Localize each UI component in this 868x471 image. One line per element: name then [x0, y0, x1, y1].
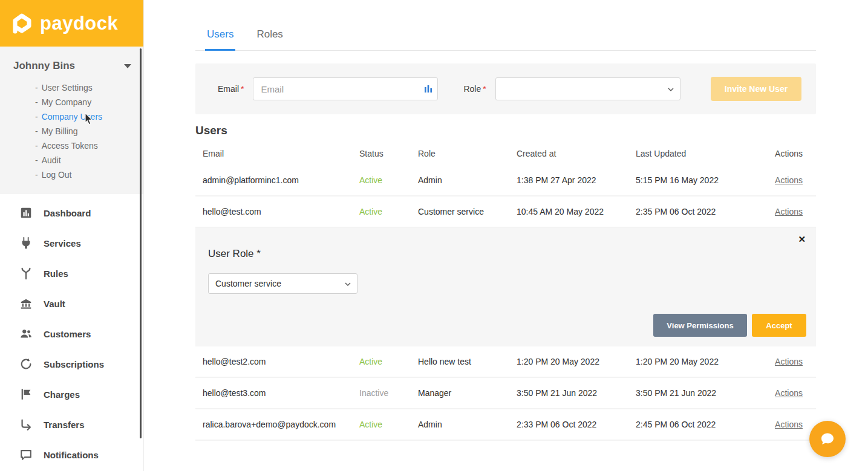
cell-last-updated: 3:50 PM 21 Jun 2022	[636, 388, 770, 398]
user-role-select[interactable]: Customer service	[208, 273, 357, 294]
role-label: Role*	[463, 84, 486, 94]
sidebar-item-vault[interactable]: Vault	[0, 288, 143, 319]
tab-roles[interactable]: Roles	[255, 28, 284, 50]
flag-icon	[19, 388, 33, 401]
dash-bullet: -	[35, 83, 38, 93]
cell-last-updated: 5:15 PM 16 May 2022	[636, 175, 770, 185]
cell-role: Hello new test	[418, 357, 517, 366]
cell-created-at: 3:50 PM 21 Jun 2022	[517, 388, 636, 398]
close-icon[interactable]: ✕	[798, 234, 806, 245]
sidebar-item-label: Audit	[42, 155, 61, 165]
autofill-icon[interactable]	[424, 85, 432, 93]
users-section-title: Users	[195, 124, 816, 137]
table-row: ralica.barova+demo@paydock.com Active Ad…	[195, 409, 816, 441]
sidebar-item-services[interactable]: Services	[0, 228, 143, 258]
dash-bullet: -	[35, 97, 38, 107]
dash-bullet: -	[35, 112, 38, 122]
sidebar-item-my-company[interactable]: -My Company	[35, 95, 143, 109]
user-role-title: User Role *	[208, 248, 261, 260]
people-icon	[19, 327, 33, 340]
required-asterisk: *	[483, 84, 486, 94]
cell-created-at: 1:38 PM 27 Apr 2022	[517, 175, 636, 185]
col-last-updated: Last Updated	[636, 149, 770, 158]
sidebar-item-customers[interactable]: Customers	[0, 319, 143, 349]
sidebar-item-audit[interactable]: -Audit	[35, 153, 143, 167]
accept-button[interactable]: Accept	[752, 314, 806, 337]
nav-label: Customers	[44, 329, 91, 339]
sidebar-item-my-billing[interactable]: -My Billing	[35, 124, 143, 138]
actions-link[interactable]: Actions	[775, 420, 803, 429]
sidebar-item-label: Company Users	[42, 112, 102, 122]
app-window: paydock Johnny Bins -User Settings -My C…	[0, 0, 868, 471]
view-permissions-button[interactable]: View Permissions	[653, 314, 747, 337]
tab-users[interactable]: Users	[205, 28, 235, 51]
cell-role: Customer service	[418, 207, 517, 216]
cell-email: hello@test2.com	[203, 357, 359, 366]
sidebar-item-notifications[interactable]: Notifications	[0, 440, 143, 470]
chevron-down-icon	[668, 86, 674, 93]
dash-bullet: -	[35, 170, 38, 180]
sidebar-item-subscriptions[interactable]: Subscriptions	[0, 349, 143, 379]
table-row: admin@platforminc1.com Active Admin 1:38…	[195, 165, 816, 197]
account-dropdown[interactable]: Johnny Bins	[0, 60, 143, 80]
help-chat-button[interactable]	[809, 421, 846, 457]
nav-label: Rules	[44, 268, 68, 279]
account-name: Johnny Bins	[13, 60, 75, 72]
nav-label: Dashboard	[44, 208, 91, 218]
cell-role: Admin	[418, 420, 517, 429]
col-created-at: Created at	[517, 149, 636, 158]
main-nav: Dashboard Services Rules Vault Customers…	[0, 194, 143, 470]
role-select[interactable]	[495, 77, 680, 100]
cell-status: Active	[359, 207, 418, 216]
dash-bullet: -	[35, 126, 38, 136]
nav-label: Transfers	[44, 420, 85, 430]
actions-link[interactable]: Actions	[775, 388, 803, 398]
chevron-down-icon	[345, 281, 351, 287]
bar-chart-icon	[19, 206, 33, 219]
col-status: Status	[359, 149, 418, 158]
brand-name: paydock	[40, 13, 118, 34]
nav-label: Vault	[44, 299, 65, 309]
table-row: hello@test.com Active Customer service 1…	[195, 197, 816, 228]
dash-bullet: -	[35, 155, 38, 165]
sidebar-item-company-users[interactable]: -Company Users	[35, 109, 143, 124]
sidebar-item-access-tokens[interactable]: -Access Tokens	[35, 138, 143, 153]
sidebar-item-rules[interactable]: Rules	[0, 258, 143, 288]
cell-status: Inactive	[359, 388, 418, 398]
email-field[interactable]	[253, 77, 438, 100]
cell-status: Active	[359, 420, 418, 429]
sidebar-item-user-settings[interactable]: -User Settings	[35, 80, 143, 95]
nav-label: Services	[44, 238, 81, 248]
branch-icon	[19, 267, 33, 280]
actions-link[interactable]: Actions	[775, 175, 803, 185]
dash-bullet: -	[35, 141, 38, 151]
sidebar-item-log-out[interactable]: -Log Out	[35, 167, 143, 182]
sidebar-scrollbar[interactable]	[140, 48, 142, 438]
sidebar-item-transfers[interactable]: Transfers	[0, 409, 143, 440]
sidebar-item-charges[interactable]: Charges	[0, 379, 143, 409]
table-row: hello@test2.com Active Hello new test 1:…	[195, 346, 816, 378]
invite-user-form: Email* Role* Invite New User	[195, 63, 816, 114]
cell-status: Active	[359, 175, 418, 185]
actions-link[interactable]: Actions	[775, 357, 803, 366]
cell-created-at: 1:20 PM 20 May 2022	[517, 357, 636, 366]
col-role: Role	[418, 149, 517, 158]
users-table: Email Status Role Created at Last Update…	[195, 142, 816, 441]
sidebar-item-label: My Company	[42, 97, 91, 107]
actions-link[interactable]: Actions	[775, 207, 803, 216]
table-body-bottom: hello@test2.com Active Hello new test 1:…	[195, 346, 816, 441]
chevron-down-icon	[124, 64, 131, 68]
sidebar-item-dashboard[interactable]: Dashboard	[0, 198, 143, 228]
cell-email: admin@platforminc1.com	[203, 175, 359, 185]
cell-last-updated: 1:20 PM 20 May 2022	[636, 357, 770, 366]
nav-label: Subscriptions	[44, 359, 104, 369]
table-body-top: admin@platforminc1.com Active Admin 1:38…	[195, 165, 816, 228]
cell-last-updated: 2:35 PM 06 Oct 2022	[636, 207, 770, 216]
nav-label: Charges	[44, 389, 80, 400]
tab-bar: Users Roles	[195, 0, 816, 51]
chat-icon	[19, 448, 33, 461]
invite-new-user-button[interactable]: Invite New User	[711, 77, 801, 101]
cell-role: Manager	[418, 388, 517, 398]
paydock-logo-icon	[10, 11, 34, 36]
cell-status: Active	[359, 357, 418, 366]
